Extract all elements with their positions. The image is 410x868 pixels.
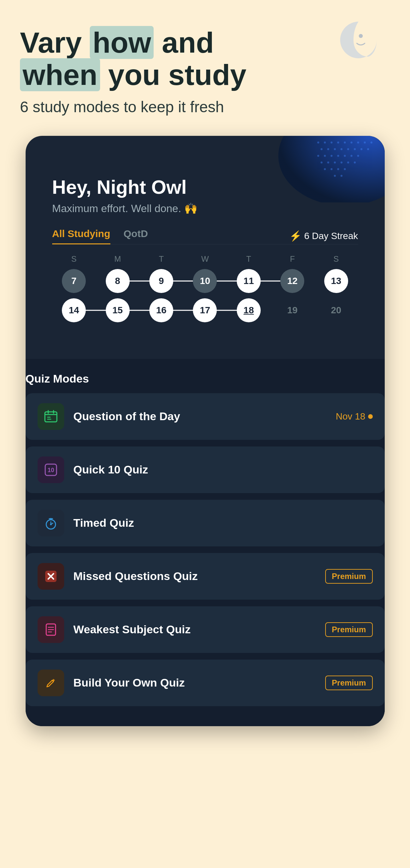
subheadline: 6 study modes to keep it fresh	[20, 98, 390, 116]
day-label-f: F	[271, 254, 314, 264]
day-label-m: M	[96, 254, 139, 264]
premium-badge-weakest: Premium	[325, 622, 373, 637]
quiz-label-qotd: Question of the Day	[73, 410, 327, 423]
app-content: Hey, Night Owl Maximum effort. Well done…	[26, 136, 385, 359]
tabs-row: All Studying QotD ⚡ 6 Day Streak	[52, 228, 358, 244]
main-headline: Vary how and when you study	[20, 27, 390, 91]
quiz-card-missed[interactable]: Missed Questions Quiz Premium	[26, 553, 385, 600]
greeting-sub-text: Maximum effort. Well done. 🙌	[52, 202, 358, 215]
quiz-label-timed: Timed Quiz	[73, 517, 373, 529]
cal-num-17: 17	[193, 298, 217, 322]
highlight-how: how	[90, 26, 153, 59]
cal-cell-7: 7	[52, 269, 96, 293]
cal-cell-19: 19	[271, 298, 314, 322]
cal-cell-15: 15	[96, 298, 139, 322]
cal-num-20: 20	[324, 298, 348, 322]
cal-cell-11: 11	[227, 269, 270, 293]
moon-decoration	[337, 13, 390, 67]
cal-num-12: 12	[280, 269, 304, 293]
tab-all-studying[interactable]: All Studying	[52, 228, 110, 244]
quiz-icon-quick10: 10	[38, 457, 64, 483]
cal-num-15: 15	[106, 298, 130, 322]
svg-point-0	[359, 34, 363, 38]
quiz-card-quick10[interactable]: 10 Quick 10 Quiz	[26, 446, 385, 493]
quiz-icon-missed	[38, 563, 64, 590]
day-label-t2: T	[227, 254, 270, 264]
day-label-s2: S	[314, 254, 358, 264]
cal-cell-20: 20	[314, 298, 358, 322]
svg-text:10: 10	[47, 467, 54, 473]
calendar-row-1-wrapper: 7 8 9 10 11 12 13	[52, 269, 358, 293]
cal-cell-14: 14	[52, 298, 96, 322]
quiz-label-quick10: Quick 10 Quiz	[73, 463, 373, 476]
quiz-card-timed[interactable]: Timed Quiz	[26, 500, 385, 546]
cal-cell-16: 16	[139, 298, 183, 322]
highlight-when: when	[20, 58, 100, 91]
cal-cell-18: 18	[227, 298, 270, 322]
quiz-icon-timed	[38, 510, 64, 536]
cal-num-10: 10	[193, 269, 217, 293]
quiz-label-build: Build Your Own Quiz	[73, 676, 316, 689]
cal-num-11: 11	[237, 269, 261, 293]
day-label-w: W	[183, 254, 227, 264]
quiz-card-build[interactable]: Build Your Own Quiz Premium	[26, 659, 385, 706]
date-dot	[368, 414, 373, 419]
cal-num-16: 16	[149, 298, 173, 322]
cal-num-7: 7	[62, 269, 86, 293]
quiz-card-weakest[interactable]: Weakest Subject Quiz Premium	[26, 606, 385, 653]
calendar-section: S M T W T F S 7 8 9 10	[52, 254, 358, 322]
quiz-icon-qotd	[38, 403, 64, 430]
cal-num-8: 8	[106, 269, 130, 293]
cal-cell-17: 17	[183, 298, 227, 322]
premium-badge-missed: Premium	[325, 569, 373, 584]
day-label-t1: T	[139, 254, 183, 264]
day-label-s1: S	[52, 254, 96, 264]
streak-text: 6 Day Streak	[304, 231, 358, 241]
quiz-date-qotd: Nov 18	[336, 411, 373, 422]
calendar-row-2-wrapper: 14 15 16 17 18 19 20	[52, 298, 358, 322]
streak-badge: ⚡ 6 Day Streak	[289, 230, 358, 242]
page-wrapper: Vary how and when you study 6 study mode…	[0, 0, 410, 868]
cal-num-19: 19	[280, 298, 304, 322]
greeting-text: Hey, Night Owl	[52, 176, 358, 198]
quiz-label-missed: Missed Questions Quiz	[73, 570, 316, 583]
cal-cell-12: 12	[271, 269, 314, 293]
cal-num-14: 14	[62, 298, 86, 322]
cal-cell-9: 9	[139, 269, 183, 293]
quiz-icon-weakest	[38, 616, 64, 643]
quiz-label-weakest: Weakest Subject Quiz	[73, 623, 316, 636]
cal-cell-13: 13	[314, 269, 358, 293]
streak-icon: ⚡	[289, 230, 302, 242]
calendar-header: S M T W T F S	[52, 254, 358, 264]
tab-qotd[interactable]: QotD	[124, 228, 148, 244]
svg-point-51	[50, 523, 52, 525]
cal-cell-8: 8	[96, 269, 139, 293]
quiz-modes-title: Quiz Modes	[26, 372, 385, 385]
cal-cell-10: 10	[183, 269, 227, 293]
app-container: Hey, Night Owl Maximum effort. Well done…	[26, 136, 385, 726]
header-section: Vary how and when you study 6 study mode…	[20, 27, 390, 116]
premium-badge-build: Premium	[325, 676, 373, 690]
quiz-card-qotd[interactable]: Question of the Day Nov 18	[26, 393, 385, 440]
quiz-icon-build	[38, 670, 64, 696]
svg-rect-38	[45, 412, 57, 422]
cal-num-18: 18	[237, 298, 261, 322]
quiz-modes-section: Quiz Modes Question of the Day Nov 18	[26, 359, 385, 726]
cal-num-9: 9	[149, 269, 173, 293]
cal-num-13: 13	[324, 269, 348, 293]
